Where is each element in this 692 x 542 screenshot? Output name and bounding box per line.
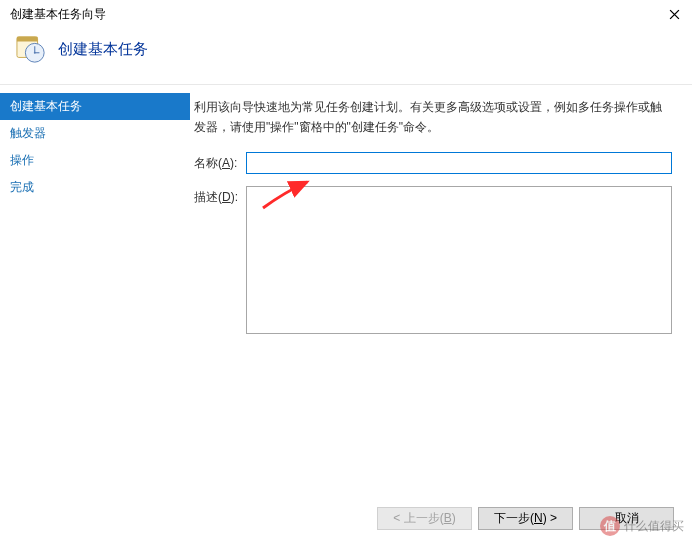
- sidebar-item-label: 创建基本任务: [10, 99, 82, 113]
- name-input[interactable]: [246, 152, 672, 174]
- sidebar-item-finish[interactable]: 完成: [0, 174, 190, 201]
- wizard-header: 创建基本任务: [0, 28, 692, 85]
- svg-rect-1: [17, 37, 38, 42]
- sidebar-item-label: 操作: [10, 153, 34, 167]
- sidebar-item-label: 完成: [10, 180, 34, 194]
- close-button[interactable]: [666, 6, 682, 22]
- description-label: 描述(D):: [194, 186, 246, 206]
- sidebar-item-create-task[interactable]: 创建基本任务: [0, 93, 190, 120]
- back-button: < 上一步(B): [377, 507, 472, 530]
- sidebar-item-action[interactable]: 操作: [0, 147, 190, 174]
- name-label: 名称(A):: [194, 152, 246, 172]
- window-title: 创建基本任务向导: [10, 6, 106, 23]
- main-panel: 利用该向导快速地为常见任务创建计划。有关更多高级选项或设置，例如多任务操作或触发…: [190, 85, 692, 465]
- wizard-title: 创建基本任务: [58, 40, 148, 59]
- description-field-row: 描述(D):: [194, 186, 672, 334]
- close-icon: [669, 9, 680, 20]
- name-field-row: 名称(A):: [194, 152, 672, 174]
- description-textarea[interactable]: [246, 186, 672, 334]
- sidebar-item-label: 触发器: [10, 126, 46, 140]
- titlebar: 创建基本任务向导: [0, 0, 692, 28]
- sidebar-item-trigger[interactable]: 触发器: [0, 120, 190, 147]
- watermark-text: 什么值得买: [624, 518, 684, 535]
- wizard-sidebar: 创建基本任务 触发器 操作 完成: [0, 85, 190, 465]
- wizard-icon: [16, 34, 46, 64]
- watermark: 值 什么值得买: [600, 516, 684, 536]
- content-area: 创建基本任务 触发器 操作 完成 利用该向导快速地为常见任务创建计划。有关更多高…: [0, 85, 692, 465]
- intro-text: 利用该向导快速地为常见任务创建计划。有关更多高级选项或设置，例如多任务操作或触发…: [194, 97, 672, 138]
- watermark-badge-icon: 值: [600, 516, 620, 536]
- next-button[interactable]: 下一步(N) >: [478, 507, 573, 530]
